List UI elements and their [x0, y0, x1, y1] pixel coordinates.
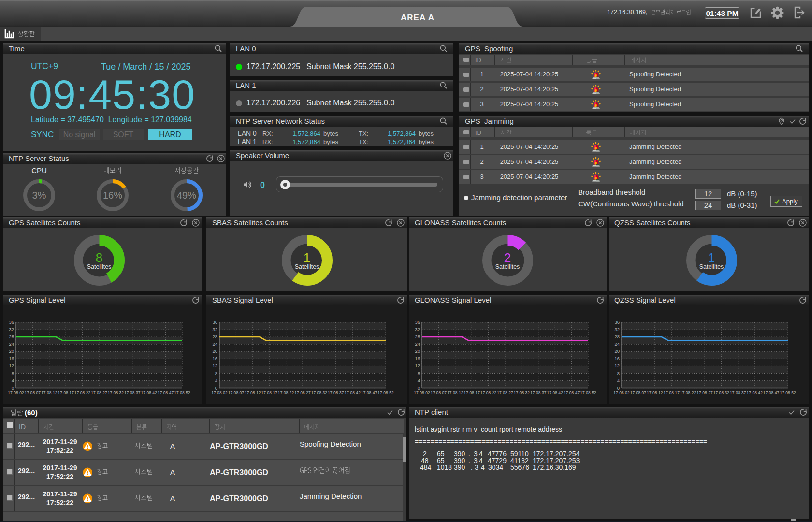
svg-text:17:08:22: 17:08:22	[680, 391, 696, 395]
svg-text:17:08:37: 17:08:37	[124, 391, 141, 395]
svg-text:17:08:02: 17:08:02	[211, 391, 228, 395]
svg-text:17:08:52: 17:08:52	[174, 391, 190, 395]
svg-text:12: 12	[415, 363, 420, 368]
svg-text:0: 0	[418, 385, 420, 391]
svg-text:17:08:17: 17:08:17	[58, 391, 74, 395]
svg-text:0: 0	[12, 385, 14, 391]
svg-text:17:08:12: 17:08:12	[647, 391, 663, 395]
svg-text:28: 28	[415, 334, 420, 339]
svg-text:17:08:12: 17:08:12	[245, 391, 261, 395]
svg-text:17:08:32: 17:08:32	[311, 391, 328, 395]
svg-text:17:08:17: 17:08:17	[464, 391, 480, 395]
svg-text:17:08:07: 17:08:07	[431, 391, 447, 395]
svg-text:17:08:22: 17:08:22	[278, 391, 294, 395]
svg-text:16: 16	[415, 356, 420, 361]
svg-text:17:08:42: 17:08:42	[344, 391, 361, 395]
svg-text:20: 20	[415, 348, 420, 354]
svg-text:32: 32	[212, 327, 218, 332]
svg-text:17:08:47: 17:08:47	[763, 391, 780, 395]
svg-text:12: 12	[614, 363, 620, 368]
svg-text:17:08:27: 17:08:27	[91, 391, 107, 395]
svg-text:12: 12	[9, 363, 14, 368]
svg-text:17:08:42: 17:08:42	[746, 391, 763, 395]
svg-text:8: 8	[418, 371, 420, 376]
svg-text:17:08:47: 17:08:47	[361, 391, 377, 395]
svg-text:32: 32	[415, 327, 420, 332]
svg-text:8: 8	[215, 371, 218, 376]
svg-text:4: 4	[12, 378, 14, 383]
svg-text:17:08:37: 17:08:37	[328, 391, 344, 395]
svg-text:16: 16	[212, 356, 218, 361]
svg-text:4: 4	[215, 378, 218, 383]
svg-text:12: 12	[212, 363, 218, 368]
svg-text:20: 20	[9, 348, 14, 354]
svg-text:17:08:02: 17:08:02	[613, 391, 630, 395]
svg-text:17:08:52: 17:08:52	[377, 391, 394, 395]
svg-text:17:08:37: 17:08:37	[530, 391, 547, 395]
svg-text:17:08:02: 17:08:02	[414, 391, 430, 395]
svg-text:17:08:32: 17:08:32	[713, 391, 730, 395]
svg-text:17:08:47: 17:08:47	[564, 391, 580, 395]
svg-text:36: 36	[9, 319, 14, 325]
svg-text:8: 8	[617, 371, 620, 376]
svg-text:17:08:27: 17:08:27	[294, 391, 311, 395]
svg-text:36: 36	[415, 319, 420, 325]
svg-text:0: 0	[617, 385, 620, 391]
svg-text:16: 16	[614, 356, 620, 361]
svg-text:28: 28	[212, 334, 218, 339]
svg-text:17:08:17: 17:08:17	[663, 391, 680, 395]
svg-text:17:08:12: 17:08:12	[41, 391, 58, 395]
svg-text:36: 36	[614, 319, 620, 325]
svg-text:28: 28	[614, 334, 620, 339]
svg-text:28: 28	[9, 334, 14, 339]
svg-text:32: 32	[9, 327, 14, 332]
svg-text:17:08:32: 17:08:32	[514, 391, 530, 395]
svg-text:0: 0	[215, 385, 218, 391]
svg-text:17:08:02: 17:08:02	[8, 391, 24, 395]
svg-text:4: 4	[418, 378, 420, 383]
svg-text:17:08:42: 17:08:42	[141, 391, 157, 395]
svg-text:36: 36	[212, 319, 218, 325]
svg-text:24: 24	[614, 341, 620, 347]
svg-text:4: 4	[617, 378, 620, 383]
svg-text:16: 16	[9, 356, 14, 361]
svg-text:24: 24	[415, 341, 420, 347]
svg-text:20: 20	[614, 348, 620, 354]
svg-text:8: 8	[12, 371, 14, 376]
svg-text:24: 24	[212, 341, 218, 347]
svg-text:32: 32	[614, 327, 620, 332]
svg-text:17:08:42: 17:08:42	[547, 391, 563, 395]
svg-text:17:08:32: 17:08:32	[108, 391, 124, 395]
svg-text:17:08:22: 17:08:22	[74, 391, 91, 395]
svg-text:17:08:17: 17:08:17	[261, 391, 277, 395]
svg-text:24: 24	[9, 341, 14, 347]
svg-text:17:08:37: 17:08:37	[730, 391, 746, 395]
svg-text:17:08:52: 17:08:52	[780, 391, 796, 395]
svg-text:17:08:52: 17:08:52	[580, 391, 596, 395]
svg-text:17:08:47: 17:08:47	[158, 391, 174, 395]
svg-text:17:08:07: 17:08:07	[228, 391, 245, 395]
svg-text:17:08:27: 17:08:27	[696, 391, 713, 395]
svg-text:17:08:22: 17:08:22	[480, 391, 497, 395]
svg-text:17:08:12: 17:08:12	[447, 391, 464, 395]
svg-text:17:08:07: 17:08:07	[25, 391, 41, 395]
svg-text:17:08:07: 17:08:07	[630, 391, 647, 395]
svg-text:17:08:27: 17:08:27	[497, 391, 513, 395]
svg-text:20: 20	[212, 348, 218, 354]
